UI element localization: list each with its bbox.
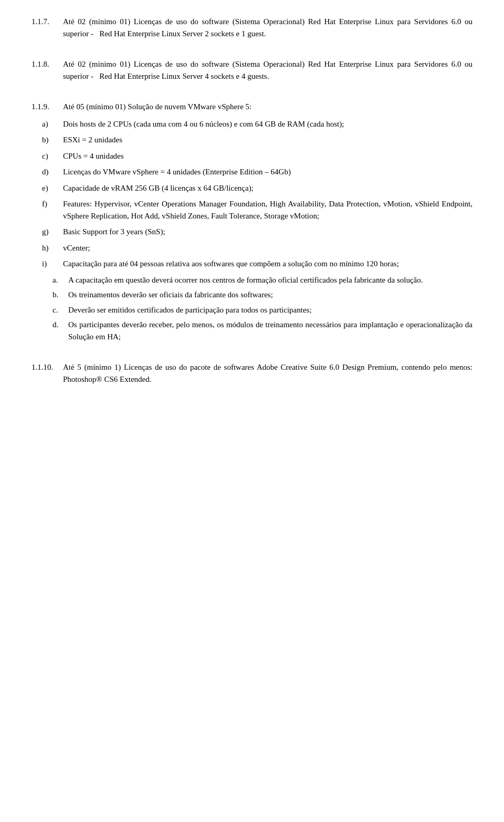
list-item-d: d) Licenças do VMware vSphere = 4 unidad…	[42, 166, 472, 178]
list-content-d: Licenças do VMware vSphere = 4 unidades …	[63, 166, 472, 178]
section-number-1-1-10: 1.1.10.	[32, 361, 63, 385]
section-1-1-10: 1.1.10. Até 5 (mínimo 1) Licenças de uso…	[32, 361, 472, 385]
section-1-1-8: 1.1.8. Até 02 (mínimo 01) Licenças de us…	[32, 58, 472, 82]
sub-list-label-a: a.	[52, 274, 68, 286]
list-label-e: e)	[42, 182, 63, 194]
list-item-e: e) Capacidade de vRAM 256 GB (4 licenças…	[42, 182, 472, 194]
list-content-i: Capacitação para até 04 pessoas relativa…	[63, 258, 472, 270]
list-label-a: a)	[42, 118, 63, 130]
list-label-g: g)	[42, 226, 63, 238]
list-item-i: i) Capacitação para até 04 pessoas relat…	[42, 258, 472, 270]
sub-list-item-c: c. Deverão ser emitidos certificados de …	[52, 304, 472, 316]
section-number-1-1-9: 1.1.9.	[32, 101, 63, 113]
list-content-a: Dois hosts de 2 CPUs (cada uma com 4 ou …	[63, 118, 472, 130]
sub-list-content-a: A capacitação em questão deverá ocorrer …	[68, 274, 472, 286]
list-content-f: Features: Hypervisor, vCenter Operations…	[63, 198, 472, 222]
section-number-1-1-8: 1.1.8.	[32, 58, 63, 82]
list-label-h: h)	[42, 242, 63, 254]
section-content-1-1-10: Até 5 (mínimo 1) Licenças de uso do paco…	[63, 361, 472, 385]
document-body: 1.1.7. Até 02 (mínimo 01) Licenças de us…	[32, 16, 472, 385]
sub-list-item-b: b. Os treinamentos deverão ser oficiais …	[52, 289, 472, 301]
section-1-1-7: 1.1.7. Até 02 (mínimo 01) Licenças de us…	[32, 16, 472, 39]
list-content-c: CPUs = 4 unidades	[63, 150, 472, 162]
list-label-b: b)	[42, 134, 63, 146]
sub-list-item-a: a. A capacitação em questão deverá ocorr…	[52, 274, 472, 286]
sub-list-content-d: Os participantes deverão receber, pelo m…	[68, 319, 472, 342]
list-item-g: g) Basic Support for 3 years (SnS);	[42, 226, 472, 238]
list-label-i: i)	[42, 258, 63, 270]
list-label-c: c)	[42, 150, 63, 162]
sub-list-content-c: Deverão ser emitidos certificados de par…	[68, 304, 472, 316]
sub-list-item-d: d. Os participantes deverão receber, pel…	[52, 319, 472, 342]
list-item-f: f) Features: Hypervisor, vCenter Operati…	[42, 198, 472, 222]
list-item-c: c) CPUs = 4 unidades	[42, 150, 472, 162]
sub-list-content-b: Os treinamentos deverão ser oficiais da …	[68, 289, 472, 301]
section-content-1-1-8: Até 02 (mínimo 01) Licenças de uso do so…	[63, 58, 472, 82]
list-label-d: d)	[42, 166, 63, 178]
list-content-b: ESXi = 2 unidades	[63, 134, 472, 146]
sub-list-label-b: b.	[52, 289, 68, 301]
list-item-b: b) ESXi = 2 unidades	[42, 134, 472, 146]
sub-list-label-c: c.	[52, 304, 68, 316]
sub-list-label-d: d.	[52, 319, 68, 342]
list-content-e: Capacidade de vRAM 256 GB (4 licenças x …	[63, 182, 472, 194]
list-item-h: h) vCenter;	[42, 242, 472, 254]
list-content-h: vCenter;	[63, 242, 472, 254]
section-intro-1-1-9: Até 05 (mínimo 01) Solução de nuvem VMwa…	[63, 101, 472, 113]
list-content-g: Basic Support for 3 years (SnS);	[63, 226, 472, 238]
section-content-1-1-7: Até 02 (mínimo 01) Licenças de uso do so…	[63, 16, 472, 39]
section-1-1-9: 1.1.9. Até 05 (mínimo 01) Solução de nuv…	[32, 101, 472, 342]
list-item-a: a) Dois hosts de 2 CPUs (cada uma com 4 …	[42, 118, 472, 130]
list-label-f: f)	[42, 198, 63, 222]
section-number-1-1-7: 1.1.7.	[32, 16, 63, 39]
